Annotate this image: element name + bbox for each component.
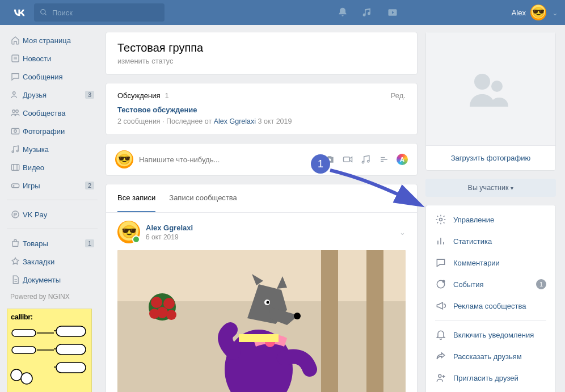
svg-point-28 xyxy=(11,369,22,381)
topbar: Alex 😎 ⌄ xyxy=(0,0,565,25)
video-icon[interactable] xyxy=(387,7,398,18)
vk-logo[interactable] xyxy=(11,5,27,20)
svg-point-7 xyxy=(13,92,16,95)
svg-point-57 xyxy=(474,74,490,90)
messages-icon xyxy=(10,71,23,82)
search-input[interactable] xyxy=(52,9,154,17)
user-menu[interactable]: Alex 😎 ⌄ xyxy=(512,5,558,20)
nav-my-page[interactable]: Моя страница xyxy=(7,32,98,49)
photo-placeholder xyxy=(426,32,555,146)
avatar: 😎 xyxy=(530,5,546,20)
mgmt-more[interactable]: Ещё xyxy=(426,389,555,392)
nav-bookmarks[interactable]: Закладки xyxy=(7,253,98,270)
annotation-badge: 1 xyxy=(311,154,330,174)
change-status[interactable]: изменить статус xyxy=(117,57,173,65)
top-icons xyxy=(337,7,398,18)
photos-icon xyxy=(10,126,23,136)
nav-messages[interactable]: Сообщения xyxy=(7,68,98,85)
wall-search-icon[interactable] xyxy=(398,192,408,203)
megaphone-icon xyxy=(435,300,446,311)
member-button[interactable]: Вы участник▾ xyxy=(425,179,556,197)
nav-photos[interactable]: Фотографии xyxy=(7,123,98,140)
svg-point-0 xyxy=(41,10,45,14)
mgmt-stats[interactable]: Статистика xyxy=(426,230,555,252)
powered-by: Powered by NGINX xyxy=(7,293,98,301)
post-image[interactable] xyxy=(117,250,406,392)
svg-point-59 xyxy=(440,218,442,221)
nav-friends-badge: 3 xyxy=(85,91,94,99)
ad-banner[interactable]: callibr: xyxy=(7,309,92,392)
mgmt-settings[interactable]: Управление xyxy=(426,209,555,230)
nav-vkpay[interactable]: VK Pay xyxy=(7,206,98,223)
discussions-edit[interactable]: Ред. xyxy=(391,91,406,100)
bell-icon[interactable] xyxy=(337,7,348,18)
svg-rect-25 xyxy=(56,326,86,336)
svg-point-8 xyxy=(12,110,15,113)
wall-tabs: Все записи Записи сообщества xyxy=(106,184,417,213)
chevron-down-icon: ▾ xyxy=(511,185,513,191)
video-nav-icon xyxy=(10,162,23,172)
svg-point-64 xyxy=(442,280,445,283)
search-icon xyxy=(40,9,48,16)
events-badge: 1 xyxy=(536,279,546,289)
ad-graphic xyxy=(10,324,89,392)
nav-music[interactable]: Музыка xyxy=(7,141,98,158)
nav-divider xyxy=(7,229,98,229)
tab-all[interactable]: Все записи xyxy=(117,184,155,212)
search-box[interactable] xyxy=(34,3,165,22)
nav-video[interactable]: Видео xyxy=(7,159,98,176)
mgmt-ads[interactable]: Реклама сообщества xyxy=(426,295,555,317)
post-avatar[interactable]: 😎 xyxy=(117,221,140,243)
svg-rect-24 xyxy=(12,347,36,353)
docs-icon xyxy=(10,275,23,285)
mgmt-events[interactable]: События1 xyxy=(426,273,555,295)
article-icon[interactable]: A xyxy=(397,154,408,165)
mgmt-share[interactable]: Рассказать друзьям xyxy=(426,345,555,367)
tab-community[interactable]: Записи сообщества xyxy=(169,184,237,212)
mgmt-divider xyxy=(435,320,546,321)
bookmarks-icon xyxy=(10,256,23,267)
nav-market[interactable]: Товары1 xyxy=(7,235,98,252)
svg-point-47 xyxy=(149,309,159,319)
nav-games[interactable]: Игры2 xyxy=(7,177,98,194)
nav-divider xyxy=(7,200,98,200)
video-attach-icon[interactable] xyxy=(342,154,353,165)
group-photo-card: Загрузить фотографию xyxy=(425,32,556,171)
games-icon xyxy=(10,180,23,191)
nav-friends[interactable]: Друзья3 xyxy=(7,86,98,103)
svg-rect-42 xyxy=(366,250,383,392)
poll-icon[interactable] xyxy=(378,154,390,165)
svg-rect-14 xyxy=(11,165,19,171)
upload-photo[interactable]: Загрузить фотографию xyxy=(426,146,555,170)
discussions-heading[interactable]: Обсуждения xyxy=(117,91,161,100)
svg-line-1 xyxy=(45,14,47,15)
music-icon[interactable] xyxy=(362,7,373,18)
nav-communities[interactable]: Сообщества xyxy=(7,104,98,121)
music-attach-icon[interactable] xyxy=(360,154,372,165)
svg-rect-4 xyxy=(12,55,19,62)
mgmt-comments[interactable]: Комментарии xyxy=(426,252,555,273)
mgmt-invite[interactable]: Пригласить друзей xyxy=(426,367,555,389)
discussions-count: 1 xyxy=(165,91,169,100)
svg-rect-27 xyxy=(56,363,86,373)
leftnav: Моя страница Новости Сообщения Друзья3 С… xyxy=(7,32,98,288)
svg-point-32 xyxy=(362,161,364,163)
post-menu-icon[interactable]: ⌄ xyxy=(399,228,406,237)
gear-icon xyxy=(435,214,446,225)
svg-point-44 xyxy=(151,297,162,308)
post-author[interactable]: Alex Ggrelaxi xyxy=(146,224,193,232)
composer[interactable]: 😎 A xyxy=(106,143,418,176)
svg-rect-56 xyxy=(239,334,279,342)
svg-point-37 xyxy=(399,194,404,199)
nav-news[interactable]: Новости xyxy=(7,50,98,67)
post-date: 6 окт 2019 xyxy=(146,233,193,241)
nav-docs[interactable]: Документы xyxy=(7,271,98,288)
vkpay-icon xyxy=(10,209,23,220)
svg-point-65 xyxy=(438,374,441,377)
composer-input[interactable] xyxy=(139,155,318,164)
mgmt-notifications[interactable]: Включить уведомления xyxy=(426,324,555,345)
discussion-item[interactable]: Тестовое обсуждение 2 сообщения · Послед… xyxy=(106,102,417,134)
user-name: Alex xyxy=(512,9,526,17)
stats-icon xyxy=(435,235,446,247)
discussion-topic[interactable]: Тестовое обсуждение xyxy=(117,106,406,114)
